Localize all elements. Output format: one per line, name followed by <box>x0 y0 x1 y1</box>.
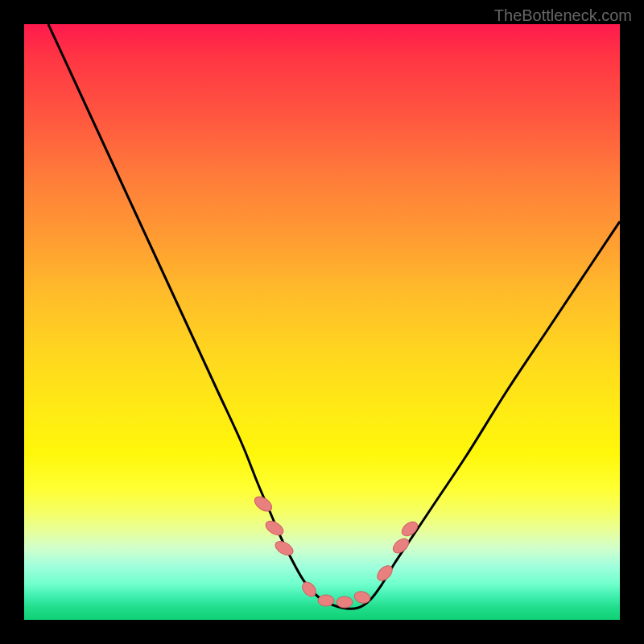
marker-bead <box>273 539 295 558</box>
curve-line <box>48 24 620 609</box>
marker-bead <box>318 595 334 606</box>
marker-beads-group <box>252 493 420 608</box>
watermark-text: TheBottleneck.com <box>494 6 632 25</box>
marker-bead <box>336 597 353 608</box>
marker-bead <box>399 519 420 539</box>
chart-svg <box>24 24 620 620</box>
chart-gradient-background <box>24 24 620 620</box>
main-curve-path <box>48 24 620 609</box>
